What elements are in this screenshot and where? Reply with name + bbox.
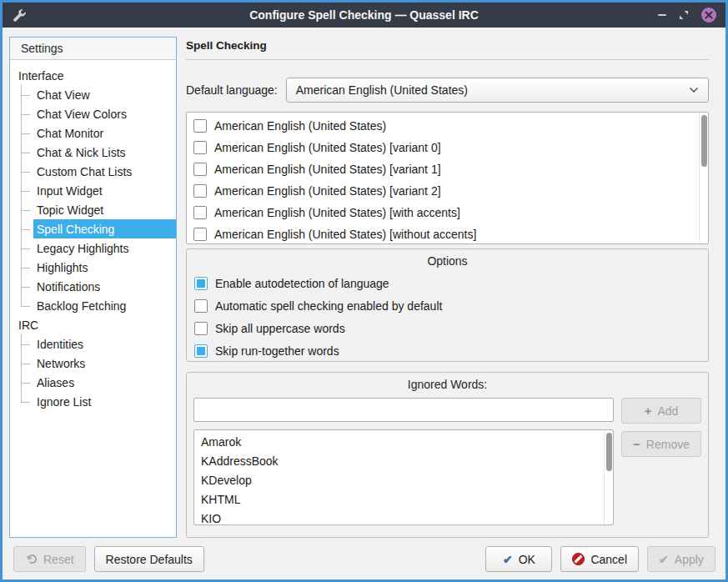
option-skip-all-uppercase-words[interactable]: Skip all uppercase words (193, 317, 701, 339)
checkbox[interactable] (193, 119, 207, 133)
apply-button-label: Apply (675, 553, 704, 566)
sidebar-item-label: Backlog Fetching (33, 296, 176, 315)
option-skip-run-together-words[interactable]: Skip run-together words (193, 339, 701, 362)
sidebar-item-ignore-list[interactable]: Ignore List (10, 392, 176, 411)
language-row[interactable]: American English (United States) [varian… (187, 158, 699, 180)
tree-branch (21, 277, 33, 296)
sidebar-item-networks[interactable]: Networks (10, 354, 176, 373)
checkbox[interactable] (194, 344, 208, 358)
ignored-words-items: AmarokKAddressBookKDevelopKHTMLKIO (194, 430, 604, 524)
sidebar-item-identities[interactable]: Identities (10, 334, 176, 354)
options-group: Options Enable autodetection of language… (186, 248, 709, 362)
ok-button-label: OK (519, 553, 535, 566)
remove-button-label: Remove (646, 438, 690, 451)
sidebar-item-chat-view[interactable]: Chat View (10, 85, 176, 104)
sidebar-item-label: IRC (15, 315, 176, 334)
wrench-icon (10, 7, 27, 23)
sidebar-item-topic-widget[interactable]: Topic Widget (10, 200, 176, 219)
sidebar-item-spell-checking[interactable]: Spell Checking (10, 219, 176, 238)
settings-window: Configure Spell Checking — Quassel IRC S… (0, 0, 728, 582)
add-button[interactable]: + Add (621, 398, 701, 424)
sidebar-item-custom-chat-lists[interactable]: Custom Chat Lists (10, 162, 176, 181)
apply-button[interactable]: ✔ Apply (647, 546, 715, 572)
sidebar-item-legacy-highlights[interactable]: Legacy Highlights (10, 238, 176, 258)
tree-branch (21, 104, 33, 123)
minimize-button[interactable] (658, 14, 666, 16)
language-row[interactable]: American English (United States) [with a… (187, 202, 699, 223)
ignored-words-scrollbar[interactable] (604, 430, 613, 524)
option-automatic-spell-checking-enabled-by-default[interactable]: Automatic spell checking enabled by defa… (193, 294, 701, 317)
language-row[interactable]: American English (United States) (187, 115, 699, 137)
remove-button[interactable]: − Remove (621, 431, 701, 457)
sidebar-item-backlog-fetching[interactable]: Backlog Fetching (10, 296, 176, 315)
option-label: Automatic spell checking enabled by defa… (215, 299, 442, 313)
language-variant-list: American English (United States)American… (186, 112, 709, 244)
checkbox[interactable] (193, 228, 207, 241)
checkbox[interactable] (193, 184, 207, 198)
ignored-words-body: AmarokKAddressBookKDevelopKHTMLKIO + Add (193, 398, 701, 525)
ignored-word-input[interactable] (193, 398, 614, 422)
ignored-word-label: KIO (201, 512, 221, 525)
language-list-scrollbar[interactable] (699, 113, 708, 243)
language-row[interactable]: American English (United States) [varian… (187, 137, 699, 158)
checkbox[interactable] (193, 163, 207, 176)
page-title: Spell Checking (186, 39, 709, 52)
checkbox[interactable] (194, 322, 208, 335)
checkbox[interactable] (193, 206, 207, 219)
ignored-word-row[interactable]: KIO (201, 509, 604, 525)
sidebar-item-highlights[interactable]: Highlights (10, 258, 176, 277)
sidebar-item-label: Input Widget (33, 181, 176, 200)
settings-sidebar: Settings InterfaceChat ViewChat View Col… (9, 37, 177, 538)
default-language-value: American English (United States) (296, 83, 468, 97)
sidebar-item-chat-view-colors[interactable]: Chat View Colors (10, 104, 176, 123)
default-language-row: Default language: American English (Unit… (186, 78, 709, 103)
tree-branch (21, 334, 33, 354)
reset-button[interactable]: Reset (13, 546, 86, 572)
ok-button[interactable]: ✔ OK (485, 546, 552, 572)
sidebar-item-chat-monitor[interactable]: Chat Monitor (10, 123, 176, 143)
option-label: Skip all uppercase words (215, 322, 345, 335)
sidebar-item-label: Notifications (33, 277, 176, 296)
sidebar-item-interface[interactable]: Interface (10, 66, 176, 85)
minus-icon: − (633, 437, 640, 451)
ignored-word-row[interactable]: KHTML (201, 489, 604, 509)
ignored-word-row[interactable]: KAddressBook (201, 451, 604, 470)
option-enable-autodetection-of-language[interactable]: Enable autodetection of language (193, 272, 701, 294)
checkbox[interactable] (194, 277, 208, 290)
checkbox[interactable] (193, 141, 207, 154)
sidebar-item-label: Aliases (33, 373, 176, 392)
restore-defaults-button[interactable]: Restore Defaults (94, 546, 204, 572)
close-button[interactable] (701, 8, 716, 23)
sidebar-item-chat-nick-lists[interactable]: Chat & Nick Lists (10, 143, 176, 162)
sidebar-item-input-widget[interactable]: Input Widget (10, 181, 176, 200)
sidebar-item-notifications[interactable]: Notifications (10, 277, 176, 296)
spell-checking-pane: Spell Checking Default language: America… (186, 37, 709, 540)
sidebar-item-label: Highlights (33, 258, 176, 277)
close-icon (705, 11, 713, 19)
scrollbar-thumb[interactable] (701, 115, 707, 167)
scrollbar-thumb[interactable] (606, 433, 612, 471)
cancel-button[interactable]: Cancel (560, 546, 639, 572)
titlebar: Configure Spell Checking — Quassel IRC (3, 3, 725, 28)
language-row[interactable]: American English (United States) [withou… (187, 223, 699, 244)
sidebar-item-irc[interactable]: IRC (10, 315, 176, 334)
ignored-word-row[interactable]: Amarok (201, 432, 604, 451)
sidebar-item-label: Topic Widget (33, 200, 176, 219)
ignored-word-row[interactable]: KDevelop (201, 470, 604, 489)
tree-branch (21, 85, 33, 104)
dialog-body: Settings InterfaceChat ViewChat View Col… (3, 28, 725, 540)
sidebar-item-label: Chat & Nick Lists (33, 143, 176, 162)
language-label: American English (United States) [with a… (214, 206, 460, 219)
language-list-items: American English (United States)American… (187, 113, 699, 243)
default-language-select[interactable]: American English (United States) (286, 78, 709, 103)
ignored-word-label: Amarok (201, 435, 241, 449)
tree-branch (21, 181, 33, 200)
restore-icon (679, 10, 689, 20)
tree-branch (21, 200, 33, 219)
language-row[interactable]: American English (United States) [varian… (187, 180, 699, 202)
checkbox[interactable] (194, 299, 208, 313)
restore-button[interactable] (679, 10, 689, 20)
sidebar-item-aliases[interactable]: Aliases (10, 373, 176, 392)
options-group-title: Options (193, 249, 701, 268)
ignored-word-label: KHTML (201, 493, 240, 506)
